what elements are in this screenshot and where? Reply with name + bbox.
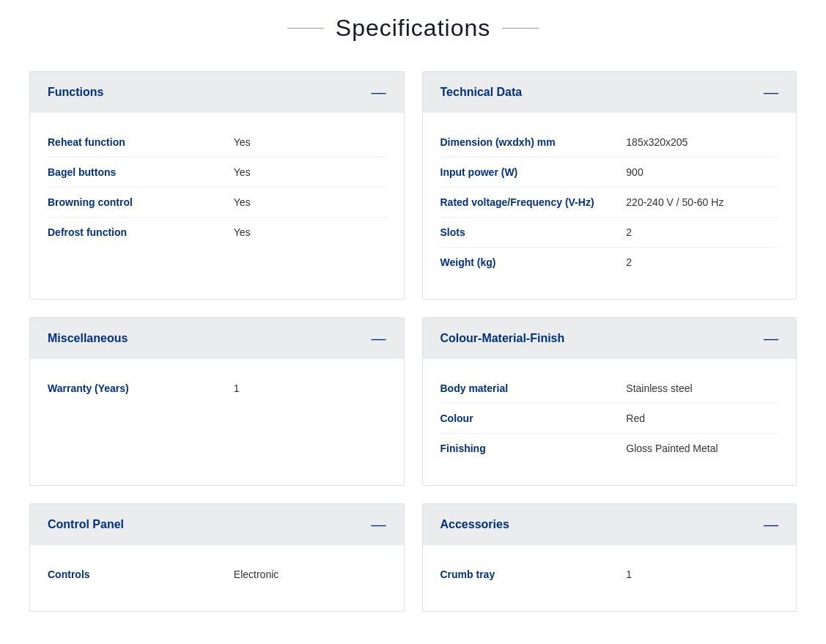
section-technical-data: Technical Data—Dimension (wxdxh) mm185x3… [422,71,797,300]
spec-row: ColourRed [440,404,779,434]
specs-grid: Functions—Reheat functionYesBagel button… [29,71,797,612]
spec-row: Slots2 [440,218,779,248]
spec-label: Colour [440,412,627,424]
section-body-accessories: Crumb tray1 [423,545,797,611]
section-body-miscellaneous: Warranty (Years)1 [30,359,404,425]
section-title-miscellaneous: Miscellaneous [48,332,128,345]
section-title-accessories: Accessories [440,518,509,531]
section-toggle-accessories[interactable]: — [764,517,778,532]
spec-label: Body material [440,382,627,394]
spec-label: Input power (W) [440,166,627,178]
section-accessories: Accessories—Crumb tray1 [422,503,797,612]
spec-value: 185x320x205 [626,136,778,148]
section-toggle-colour-material-finish[interactable]: — [764,331,778,346]
spec-label: Defrost function [48,226,234,238]
section-title-colour-material-finish: Colour-Material-Finish [440,332,565,345]
spec-value: Gloss Painted Metal [626,443,778,454]
section-header-accessories[interactable]: Accessories— [423,504,797,545]
spec-row: Warranty (Years)1 [48,374,386,403]
spec-value: 2 [626,256,778,268]
spec-value: Red [626,412,778,424]
spec-row: Defrost functionYes [48,218,386,247]
spec-label: Dimension (wxdxh) mm [440,136,627,148]
spec-value: 900 [626,166,778,178]
spec-label: Reheat function [48,136,234,148]
spec-label: Controls [48,569,234,580]
spec-label: Warranty (Years) [48,382,234,394]
page-title: Specifications [29,15,797,42]
spec-label: Slots [440,226,627,238]
spec-value: 1 [626,569,778,580]
spec-label: Bagel buttons [48,166,234,178]
spec-label: Rated voltage/Frequency (V-Hz) [440,196,627,208]
spec-row: FinishingGloss Painted Metal [440,434,779,463]
spec-value: 1 [234,382,386,394]
spec-row: Browning controlYes [48,188,386,218]
spec-value: 2 [626,226,778,238]
spec-label: Crumb tray [440,569,627,580]
section-header-control-panel[interactable]: Control Panel— [30,504,404,545]
spec-row: ControlsElectronic [48,560,386,589]
section-body-control-panel: ControlsElectronic [30,545,404,611]
section-body-technical-data: Dimension (wxdxh) mm185x320x205Input pow… [423,113,797,299]
section-miscellaneous: Miscellaneous—Warranty (Years)1 [29,317,405,486]
section-control-panel: Control Panel—ControlsElectronic [29,503,405,612]
section-body-functions: Reheat functionYesBagel buttonsYesBrowni… [30,113,404,269]
spec-value: Yes [234,166,386,178]
spec-value: Stainless steel [626,382,778,394]
section-header-colour-material-finish[interactable]: Colour-Material-Finish— [423,318,797,359]
spec-value: Yes [234,226,386,238]
spec-row: Body materialStainless steel [440,374,779,404]
section-title-technical-data: Technical Data [440,86,523,99]
spec-row: Bagel buttonsYes [48,158,386,188]
spec-value: Yes [234,136,386,148]
section-header-miscellaneous[interactable]: Miscellaneous— [30,318,404,359]
section-toggle-technical-data[interactable]: — [764,85,778,100]
section-toggle-control-panel[interactable]: — [372,517,386,532]
section-functions: Functions—Reheat functionYesBagel button… [29,71,405,300]
spec-label: Finishing [440,443,627,454]
section-toggle-miscellaneous[interactable]: — [372,331,386,346]
section-body-colour-material-finish: Body materialStainless steelColourRedFin… [423,359,797,485]
section-header-technical-data[interactable]: Technical Data— [423,72,797,113]
spec-row: Rated voltage/Frequency (V-Hz)220-240 V … [440,188,779,218]
section-toggle-functions[interactable]: — [372,85,386,100]
spec-row: Input power (W)900 [440,158,779,188]
spec-row: Crumb tray1 [440,560,779,589]
spec-value: Yes [234,196,386,208]
spec-row: Reheat functionYes [48,127,386,158]
spec-row: Weight (kg)2 [440,248,779,277]
spec-row: Dimension (wxdxh) mm185x320x205 [440,127,779,158]
spec-value: Electronic [234,569,386,580]
section-header-functions[interactable]: Functions— [30,72,404,113]
section-title-control-panel: Control Panel [48,518,124,531]
spec-label: Browning control [48,196,234,208]
section-title-functions: Functions [48,86,103,99]
spec-value: 220-240 V / 50-60 Hz [626,196,778,208]
spec-label: Weight (kg) [440,256,627,268]
section-colour-material-finish: Colour-Material-Finish—Body materialStai… [422,317,797,486]
